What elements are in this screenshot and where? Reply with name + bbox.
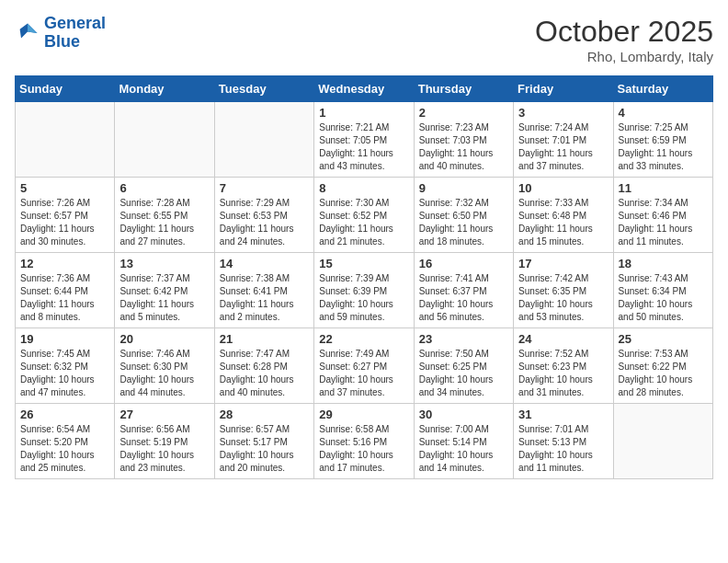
day-info: Sunrise: 7:29 AM Sunset: 6:53 PM Dayligh… (220, 197, 309, 248)
weekday-header: Thursday (414, 76, 513, 102)
day-number: 20 (119, 332, 209, 346)
day-info: Sunrise: 7:37 AM Sunset: 6:42 PM Dayligh… (119, 272, 209, 324)
calendar-cell: 3Sunrise: 7:24 AM Sunset: 7:01 PM Daylig… (514, 102, 613, 178)
day-number: 19 (20, 332, 109, 346)
day-number: 16 (419, 257, 508, 270)
day-number: 21 (220, 332, 309, 346)
calendar-cell: 2Sunrise: 7:23 AM Sunset: 7:03 PM Daylig… (414, 102, 513, 178)
day-info: Sunrise: 7:46 AM Sunset: 6:30 PM Dayligh… (119, 348, 209, 399)
day-info: Sunrise: 7:36 AM Sunset: 6:44 PM Dayligh… (20, 272, 109, 324)
day-number: 3 (518, 106, 608, 120)
calendar-cell: 1Sunrise: 7:21 AM Sunset: 7:05 PM Daylig… (314, 102, 414, 178)
day-info: Sunrise: 7:25 AM Sunset: 6:59 PM Dayligh… (619, 121, 708, 173)
calendar-table: SundayMondayTuesdayWednesdayThursdayFrid… (15, 75, 713, 479)
day-number: 10 (518, 181, 608, 195)
day-info: Sunrise: 7:32 AM Sunset: 6:50 PM Dayligh… (419, 197, 508, 248)
calendar-cell: 15Sunrise: 7:39 AM Sunset: 6:39 PM Dayli… (314, 253, 414, 328)
calendar-cell: 24Sunrise: 7:52 AM Sunset: 6:23 PM Dayli… (514, 328, 613, 404)
calendar-cell: 16Sunrise: 7:41 AM Sunset: 6:37 PM Dayli… (414, 253, 513, 328)
day-number: 31 (518, 408, 608, 421)
calendar-cell: 8Sunrise: 7:30 AM Sunset: 6:52 PM Daylig… (314, 178, 414, 253)
calendar-cell (214, 102, 313, 178)
day-info: Sunrise: 7:39 AM Sunset: 6:39 PM Dayligh… (319, 272, 408, 324)
calendar-cell: 13Sunrise: 7:37 AM Sunset: 6:42 PM Dayli… (115, 253, 214, 328)
day-number: 4 (619, 106, 708, 120)
calendar-cell: 17Sunrise: 7:42 AM Sunset: 6:35 PM Dayli… (514, 253, 613, 328)
day-info: Sunrise: 6:54 AM Sunset: 5:20 PM Dayligh… (20, 423, 109, 475)
calendar-cell (613, 404, 712, 479)
day-info: Sunrise: 7:38 AM Sunset: 6:41 PM Dayligh… (220, 272, 309, 324)
day-info: Sunrise: 7:33 AM Sunset: 6:48 PM Dayligh… (518, 197, 608, 248)
day-number: 25 (619, 332, 708, 346)
day-info: Sunrise: 7:24 AM Sunset: 7:01 PM Dayligh… (518, 121, 608, 173)
weekday-header: Saturday (613, 76, 712, 102)
calendar-week-row: 12Sunrise: 7:36 AM Sunset: 6:44 PM Dayli… (16, 253, 713, 328)
page-header: General Blue October 2025 Rho, Lombardy,… (15, 15, 713, 64)
calendar-cell (16, 102, 115, 178)
day-number: 18 (619, 257, 708, 270)
day-info: Sunrise: 7:50 AM Sunset: 6:25 PM Dayligh… (419, 348, 508, 399)
calendar-cell: 26Sunrise: 6:54 AM Sunset: 5:20 PM Dayli… (16, 404, 115, 479)
calendar-week-row: 5Sunrise: 7:26 AM Sunset: 6:57 PM Daylig… (16, 178, 713, 253)
weekday-header: Sunday (16, 76, 115, 102)
day-info: Sunrise: 7:49 AM Sunset: 6:27 PM Dayligh… (319, 348, 408, 399)
day-number: 17 (518, 257, 608, 270)
calendar-cell: 29Sunrise: 6:58 AM Sunset: 5:16 PM Dayli… (314, 404, 414, 479)
calendar-cell (115, 102, 214, 178)
day-number: 12 (20, 257, 109, 270)
location-subtitle: Rho, Lombardy, Italy (535, 49, 713, 64)
calendar-cell: 23Sunrise: 7:50 AM Sunset: 6:25 PM Dayli… (414, 328, 513, 404)
calendar-cell: 9Sunrise: 7:32 AM Sunset: 6:50 PM Daylig… (414, 178, 513, 253)
day-number: 14 (220, 257, 309, 270)
day-info: Sunrise: 7:43 AM Sunset: 6:34 PM Dayligh… (619, 272, 708, 324)
month-year-title: October 2025 (535, 15, 713, 49)
day-info: Sunrise: 7:41 AM Sunset: 6:37 PM Dayligh… (419, 272, 508, 324)
calendar-cell: 31Sunrise: 7:01 AM Sunset: 5:13 PM Dayli… (514, 404, 613, 479)
day-info: Sunrise: 7:21 AM Sunset: 7:05 PM Dayligh… (319, 121, 408, 173)
calendar-week-row: 26Sunrise: 6:54 AM Sunset: 5:20 PM Dayli… (16, 404, 713, 479)
day-number: 15 (319, 257, 408, 270)
calendar-cell: 10Sunrise: 7:33 AM Sunset: 6:48 PM Dayli… (514, 178, 613, 253)
calendar-cell: 20Sunrise: 7:46 AM Sunset: 6:30 PM Dayli… (115, 328, 214, 404)
day-number: 24 (518, 332, 608, 346)
calendar-cell: 6Sunrise: 7:28 AM Sunset: 6:55 PM Daylig… (115, 178, 214, 253)
weekday-header: Monday (115, 76, 214, 102)
weekday-header-row: SundayMondayTuesdayWednesdayThursdayFrid… (16, 76, 713, 102)
svg-marker-1 (28, 23, 38, 33)
day-info: Sunrise: 7:01 AM Sunset: 5:13 PM Dayligh… (518, 423, 608, 475)
calendar-cell: 19Sunrise: 7:45 AM Sunset: 6:32 PM Dayli… (16, 328, 115, 404)
day-number: 13 (119, 257, 209, 270)
day-number: 5 (20, 181, 109, 195)
day-number: 30 (419, 408, 508, 421)
day-number: 1 (319, 106, 408, 120)
day-number: 9 (419, 181, 508, 195)
day-info: Sunrise: 7:26 AM Sunset: 6:57 PM Dayligh… (20, 197, 109, 248)
weekday-header: Tuesday (214, 76, 313, 102)
calendar-cell: 28Sunrise: 6:57 AM Sunset: 5:17 PM Dayli… (214, 404, 313, 479)
day-info: Sunrise: 7:47 AM Sunset: 6:28 PM Dayligh… (220, 348, 309, 399)
day-info: Sunrise: 7:23 AM Sunset: 7:03 PM Dayligh… (419, 121, 508, 173)
calendar-week-row: 1Sunrise: 7:21 AM Sunset: 7:05 PM Daylig… (16, 102, 713, 178)
day-info: Sunrise: 7:45 AM Sunset: 6:32 PM Dayligh… (20, 348, 109, 399)
calendar-cell: 25Sunrise: 7:53 AM Sunset: 6:22 PM Dayli… (613, 328, 712, 404)
day-number: 8 (319, 181, 408, 195)
calendar-cell: 21Sunrise: 7:47 AM Sunset: 6:28 PM Dayli… (214, 328, 313, 404)
day-number: 2 (419, 106, 508, 120)
calendar-cell: 30Sunrise: 7:00 AM Sunset: 5:14 PM Dayli… (414, 404, 513, 479)
calendar-cell: 4Sunrise: 7:25 AM Sunset: 6:59 PM Daylig… (613, 102, 712, 178)
calendar-cell: 12Sunrise: 7:36 AM Sunset: 6:44 PM Dayli… (16, 253, 115, 328)
day-number: 7 (220, 181, 309, 195)
calendar-cell: 7Sunrise: 7:29 AM Sunset: 6:53 PM Daylig… (214, 178, 313, 253)
calendar-cell: 5Sunrise: 7:26 AM Sunset: 6:57 PM Daylig… (16, 178, 115, 253)
logo-text: General Blue (44, 15, 106, 52)
day-info: Sunrise: 7:28 AM Sunset: 6:55 PM Dayligh… (119, 197, 209, 248)
weekday-header: Friday (514, 76, 613, 102)
day-info: Sunrise: 6:58 AM Sunset: 5:16 PM Dayligh… (319, 423, 408, 475)
day-number: 23 (419, 332, 508, 346)
day-number: 6 (119, 181, 209, 195)
day-number: 27 (119, 408, 209, 421)
logo: General Blue (15, 15, 106, 52)
calendar-cell: 18Sunrise: 7:43 AM Sunset: 6:34 PM Dayli… (613, 253, 712, 328)
day-number: 22 (319, 332, 408, 346)
day-info: Sunrise: 7:00 AM Sunset: 5:14 PM Dayligh… (419, 423, 508, 475)
